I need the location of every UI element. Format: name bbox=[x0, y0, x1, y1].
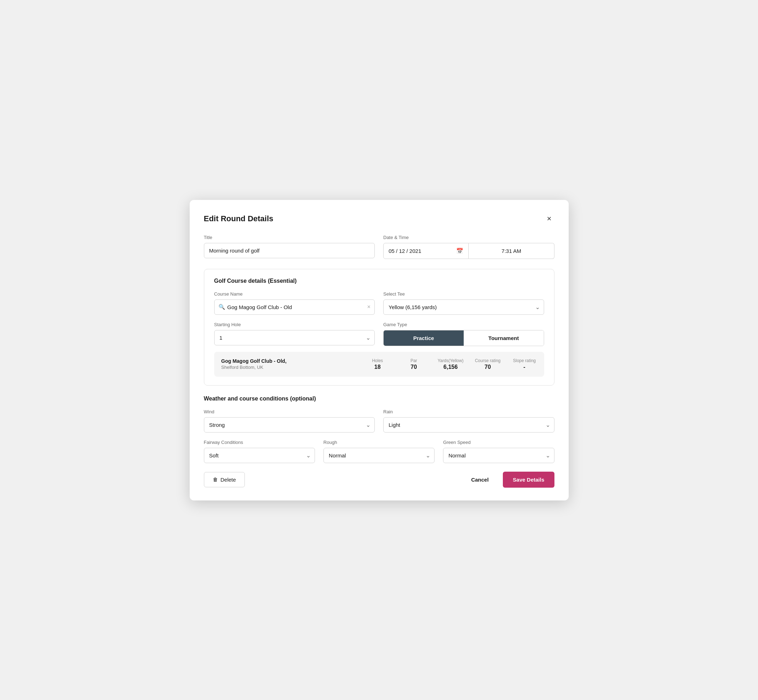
rough-group: Rough Short Normal Long ⌄ bbox=[324, 440, 434, 463]
course-name-tee-row: Course Name 🔍 × Select Tee Yellow (6,156… bbox=[214, 291, 544, 315]
time-value: 7:31 AM bbox=[501, 248, 521, 254]
clear-icon[interactable]: × bbox=[367, 304, 370, 310]
modal-header: Edit Round Details × bbox=[204, 213, 554, 225]
select-tee-dropdown[interactable]: Yellow (6,156 yards) bbox=[383, 300, 544, 315]
course-name-group: Course Name 🔍 × bbox=[214, 291, 375, 315]
modal-title: Edit Round Details bbox=[204, 214, 274, 223]
stat-par: Par 70 bbox=[401, 358, 426, 370]
datetime-field-group: Date & Time 05 / 12 / 2021 📅 7:31 AM bbox=[383, 235, 554, 259]
starting-hole-group: Starting Hole 1 ⌄ bbox=[214, 322, 375, 346]
starting-hole-label: Starting Hole bbox=[214, 322, 375, 327]
weather-section: Weather and course conditions (optional)… bbox=[204, 395, 554, 463]
rain-label: Rain bbox=[383, 409, 554, 414]
stat-yards: Yards(Yellow) 6,156 bbox=[438, 358, 464, 370]
rough-label: Rough bbox=[324, 440, 434, 445]
trash-icon: 🗑 bbox=[213, 477, 218, 482]
rain-select-wrapper: None Light Moderate Heavy ⌄ bbox=[383, 417, 554, 433]
title-field-group: Title bbox=[204, 235, 375, 259]
footer-right: Cancel Save Details bbox=[465, 472, 554, 488]
green-speed-label: Green Speed bbox=[443, 440, 554, 445]
wind-label: Wind bbox=[204, 409, 375, 414]
slope-rating-value: - bbox=[523, 364, 525, 370]
delete-button[interactable]: 🗑 Delete bbox=[204, 472, 245, 487]
edit-round-modal: Edit Round Details × Title Date & Time 0… bbox=[190, 200, 568, 500]
wind-dropdown[interactable]: Calm Light Moderate Strong Very Strong bbox=[204, 417, 375, 433]
course-info-main: Gog Magog Golf Club - Old, Shelford Bott… bbox=[221, 358, 354, 370]
course-name-input[interactable] bbox=[214, 300, 375, 315]
weather-title: Weather and course conditions (optional) bbox=[204, 395, 554, 402]
select-tee-label: Select Tee bbox=[383, 291, 544, 297]
calendar-icon: 📅 bbox=[456, 248, 464, 254]
holes-label: Holes bbox=[372, 358, 383, 363]
par-value: 70 bbox=[411, 364, 417, 370]
wind-select-wrapper: Calm Light Moderate Strong Very Strong ⌄ bbox=[204, 417, 375, 433]
stat-holes: Holes 18 bbox=[365, 358, 390, 370]
course-search-wrapper: 🔍 × bbox=[214, 300, 375, 315]
yards-value: 6,156 bbox=[443, 364, 458, 370]
green-speed-group: Green Speed Slow Normal Fast ⌄ bbox=[443, 440, 554, 463]
green-speed-dropdown[interactable]: Slow Normal Fast bbox=[443, 448, 554, 463]
modal-footer: 🗑 Delete Cancel Save Details bbox=[204, 472, 554, 488]
holes-value: 18 bbox=[374, 364, 381, 370]
course-info-name: Gog Magog Golf Club - Old, bbox=[221, 358, 354, 364]
course-rating-label: Course rating bbox=[475, 358, 500, 363]
practice-button[interactable]: Practice bbox=[384, 330, 464, 346]
fairway-select-wrapper: Soft Normal Hard ⌄ bbox=[204, 448, 315, 463]
yards-label: Yards(Yellow) bbox=[438, 358, 464, 363]
par-label: Par bbox=[410, 358, 417, 363]
delete-label: Delete bbox=[221, 477, 236, 483]
stat-slope-rating: Slope rating - bbox=[512, 358, 537, 370]
search-icon: 🔍 bbox=[219, 304, 225, 310]
datetime-label: Date & Time bbox=[383, 235, 554, 240]
time-field[interactable]: 7:31 AM bbox=[469, 243, 554, 259]
fairway-label: Fairway Conditions bbox=[204, 440, 315, 445]
game-type-toggle: Practice Tournament bbox=[383, 330, 544, 346]
rain-dropdown[interactable]: None Light Moderate Heavy bbox=[383, 417, 554, 433]
starting-hole-game-type-row: Starting Hole 1 ⌄ Game Type Practice Tou… bbox=[214, 322, 544, 346]
title-label: Title bbox=[204, 235, 375, 240]
date-time-row: 05 / 12 / 2021 📅 7:31 AM bbox=[383, 243, 554, 259]
slope-rating-label: Slope rating bbox=[513, 358, 536, 363]
select-tee-wrapper: Yellow (6,156 yards) ⌄ bbox=[383, 300, 544, 315]
course-info-row: Gog Magog Golf Club - Old, Shelford Bott… bbox=[214, 352, 544, 377]
cancel-button[interactable]: Cancel bbox=[465, 472, 494, 487]
golf-course-title: Golf Course details (Essential) bbox=[214, 278, 544, 284]
rough-select-wrapper: Short Normal Long ⌄ bbox=[324, 448, 434, 463]
rough-dropdown[interactable]: Short Normal Long bbox=[324, 448, 434, 463]
golf-course-section: Golf Course details (Essential) Course N… bbox=[204, 269, 554, 386]
course-name-label: Course Name bbox=[214, 291, 375, 297]
close-button[interactable]: × bbox=[544, 213, 554, 225]
game-type-group: Game Type Practice Tournament bbox=[383, 322, 544, 346]
date-value: 05 / 12 / 2021 bbox=[388, 248, 421, 254]
starting-hole-dropdown[interactable]: 1 bbox=[214, 330, 375, 345]
fairway-dropdown[interactable]: Soft Normal Hard bbox=[204, 448, 315, 463]
starting-hole-wrapper: 1 ⌄ bbox=[214, 330, 375, 345]
date-field[interactable]: 05 / 12 / 2021 📅 bbox=[383, 243, 469, 259]
stat-course-rating: Course rating 70 bbox=[475, 358, 500, 370]
wind-rain-row: Wind Calm Light Moderate Strong Very Str… bbox=[204, 409, 554, 433]
save-button[interactable]: Save Details bbox=[503, 472, 554, 488]
game-type-label: Game Type bbox=[383, 322, 544, 327]
fairway-group: Fairway Conditions Soft Normal Hard ⌄ bbox=[204, 440, 315, 463]
course-info-location: Shelford Bottom, UK bbox=[221, 364, 354, 370]
select-tee-group: Select Tee Yellow (6,156 yards) ⌄ bbox=[383, 291, 544, 315]
fairway-rough-green-row: Fairway Conditions Soft Normal Hard ⌄ Ro… bbox=[204, 440, 554, 463]
course-rating-value: 70 bbox=[485, 364, 491, 370]
green-speed-select-wrapper: Slow Normal Fast ⌄ bbox=[443, 448, 554, 463]
top-row: Title Date & Time 05 / 12 / 2021 📅 7:31 … bbox=[204, 235, 554, 259]
tournament-button[interactable]: Tournament bbox=[464, 330, 544, 346]
wind-group: Wind Calm Light Moderate Strong Very Str… bbox=[204, 409, 375, 433]
rain-group: Rain None Light Moderate Heavy ⌄ bbox=[383, 409, 554, 433]
title-input[interactable] bbox=[204, 243, 375, 258]
